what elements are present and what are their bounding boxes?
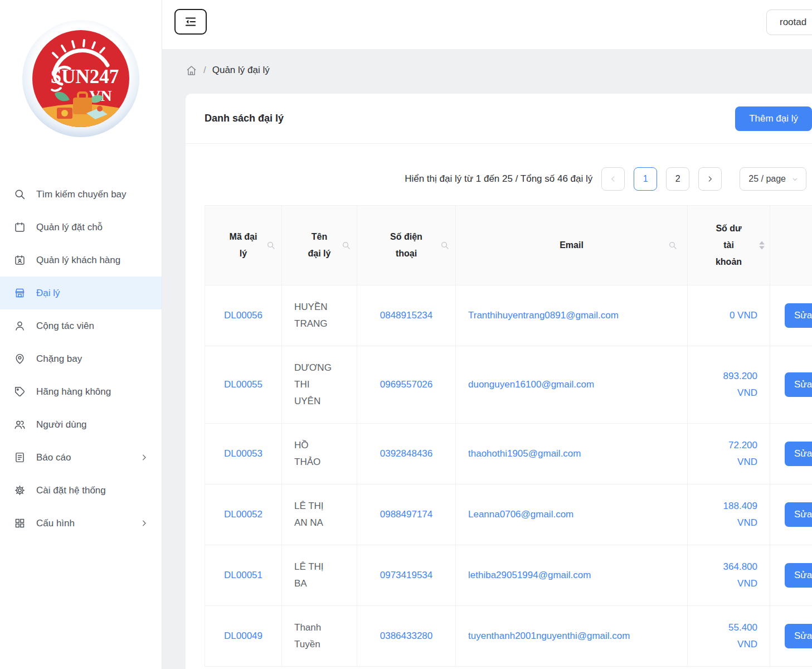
idcard-icon: [13, 254, 26, 266]
sidebar-item-chang-bay[interactable]: Chặng bay: [0, 342, 162, 375]
chevron-right-icon: [140, 453, 148, 462]
user-icon: [13, 320, 26, 332]
pagination-page-1[interactable]: 1: [634, 167, 657, 191]
agent-email-link[interactable]: Leanna0706@gmail.com: [456, 484, 688, 545]
edit-agent-button[interactable]: Sửa: [785, 442, 812, 466]
agent-balance: 55.400 VND: [688, 606, 770, 667]
agent-phone-link[interactable]: 0988497174: [357, 484, 456, 545]
sun247-logo-image: SUN247 .VN: [22, 20, 140, 138]
search-icon[interactable]: [668, 241, 677, 250]
agent-email-link[interactable]: thaohothi1905@gmail.com: [456, 424, 688, 484]
sidebar-item-label: Hãng hàng không: [36, 386, 111, 397]
agent-table: Mã đại lý Tên đại lý Số điện thoại Email…: [205, 205, 812, 667]
agent-code-link[interactable]: DL00051: [205, 545, 282, 606]
page-title: Danh sách đại lý: [205, 113, 284, 124]
column-header-balance[interactable]: Số dư tài khoản: [688, 206, 770, 285]
breadcrumb: / Quản lý đại lý: [186, 61, 812, 79]
sidebar-item-tim-kiem-chuyen-bay[interactable]: Tìm kiếm chuyến bay: [0, 178, 162, 211]
sidebar-item-cong-tac-vien[interactable]: Cộng tác viên: [0, 309, 162, 342]
edit-agent-button[interactable]: Sửa: [785, 563, 812, 588]
column-header-phone: Số điện thoại: [357, 206, 456, 285]
calendar-icon: [13, 221, 26, 234]
edit-agent-button[interactable]: Sửa: [785, 372, 812, 397]
agent-name: LÊ THỊ BA: [282, 545, 357, 606]
column-header-label: Số điện thoại: [390, 232, 422, 258]
agent-balance: 0 VND: [688, 285, 770, 346]
edit-agent-button[interactable]: Sửa: [785, 303, 812, 328]
pagination-page-2[interactable]: 2: [666, 167, 689, 191]
sidebar-item-label: Đại lý: [36, 288, 60, 299]
sidebar-item-quan-ly-dat-cho[interactable]: Quản lý đặt chỗ: [0, 211, 162, 244]
table-header-row: Mã đại lý Tên đại lý Số điện thoại Email…: [205, 206, 812, 285]
add-agent-button[interactable]: Thêm đại lý: [735, 106, 812, 131]
content: / Quản lý đại lý Danh sách đại lý Thêm đ…: [162, 49, 812, 669]
column-header-label: Email: [560, 240, 584, 250]
sidebar-item-cai-dat-he-thong[interactable]: Cài đặt hệ thống: [0, 474, 162, 507]
table-row: DL00053 HỒ THẢO 0392848436 thaohothi1905…: [205, 424, 812, 484]
chevron-left-icon: [609, 175, 617, 183]
home-icon[interactable]: [186, 65, 197, 76]
table-row: DL00052 LÊ THỊ AN NA 0988497174 Leanna07…: [205, 484, 812, 545]
agent-phone-link[interactable]: 0392848436: [357, 424, 456, 484]
location-icon: [13, 353, 26, 365]
search-icon[interactable]: [440, 241, 449, 250]
pagination-next-button[interactable]: [698, 167, 722, 191]
table-row: DL00055 DƯƠNG THI UYÊN 0969557026 duongu…: [205, 346, 812, 424]
sidebar-item-dai-ly[interactable]: Đại lý: [0, 277, 162, 309]
topbar: rootad: [162, 0, 812, 49]
app-root: SUN247 .VN Tìm kiếm: [0, 0, 812, 669]
agent-email-link[interactable]: lethiba29051994@gmail.com: [456, 545, 688, 606]
agent-code-link[interactable]: DL00055: [205, 346, 282, 424]
agent-email-link[interactable]: Tranthihuyentrang0891@gmail.com: [456, 285, 688, 346]
column-header-label: Tên đại lý: [308, 232, 331, 258]
column-header-actions: [770, 206, 812, 285]
agent-code-link[interactable]: DL00052: [205, 484, 282, 545]
pagination-prev-button[interactable]: [601, 167, 625, 191]
agent-code-link[interactable]: DL00056: [205, 285, 282, 346]
agent-email-link[interactable]: duonguyen16100@gmail.com: [456, 346, 688, 424]
breadcrumb-current: Quản lý đại lý: [212, 65, 270, 76]
chevron-right-icon: [140, 519, 148, 527]
sidebar-item-nguoi-dung[interactable]: Người dùng: [0, 408, 162, 441]
sidebar-item-label: Cấu hình: [36, 518, 75, 529]
sidebar-item-bao-cao[interactable]: Báo cáo: [0, 441, 162, 474]
sidebar-item-hang-hang-khong[interactable]: Hãng hàng không: [0, 375, 162, 408]
table-row: DL00049 Thanh Tuyền 0386433280 tuyenthan…: [205, 606, 812, 667]
sidebar-item-cau-hinh[interactable]: Cấu hình: [0, 507, 162, 540]
sorter-icon[interactable]: [759, 241, 765, 250]
sidebar-collapse-button[interactable]: [174, 9, 207, 35]
search-icon[interactable]: [266, 241, 275, 250]
sidebar: SUN247 .VN Tìm kiếm: [0, 0, 162, 669]
table-row: DL00051 LÊ THỊ BA 0973419534 lethiba2905…: [205, 545, 812, 606]
card-header: Danh sách đại lý Thêm đại lý: [186, 94, 812, 144]
agent-balance: 72.200 VND: [688, 424, 770, 484]
column-header-label: Mã đại lý: [230, 232, 257, 258]
sidebar-item-quan-ly-khach-hang[interactable]: Quản lý khách hàng: [0, 244, 162, 277]
agent-phone-link[interactable]: 0848915234: [357, 285, 456, 346]
agent-name: HUYỀN TRANG: [282, 285, 357, 346]
agent-phone-link[interactable]: 0386433280: [357, 606, 456, 667]
edit-agent-button[interactable]: Sửa: [785, 502, 812, 527]
chevron-down-icon: [791, 176, 799, 183]
sidebar-item-label: Quản lý khách hàng: [36, 255, 120, 266]
report-icon: [13, 452, 26, 464]
username-label: rootad: [780, 17, 806, 28]
agent-code-link[interactable]: DL00049: [205, 606, 282, 667]
sidebar-item-label: Tìm kiếm chuyến bay: [36, 189, 127, 200]
agent-code-link[interactable]: DL00053: [205, 424, 282, 484]
agent-phone-link[interactable]: 0973419534: [357, 545, 456, 606]
sidebar-item-label: Người dùng: [36, 419, 87, 430]
edit-agent-button[interactable]: Sửa: [785, 624, 812, 648]
agent-name: LÊ THỊ AN NA: [282, 484, 357, 545]
logo: SUN247 .VN: [0, 0, 162, 138]
agent-email-link[interactable]: tuyenthanh2001nguyenthi@gmail.com: [456, 606, 688, 667]
agent-phone-link[interactable]: 0969557026: [357, 346, 456, 424]
agent-balance: 364.800 VND: [688, 545, 770, 606]
agent-name: Thanh Tuyền: [282, 606, 357, 667]
shop-icon: [13, 287, 26, 299]
team-icon: [13, 419, 26, 431]
page-size-select[interactable]: 25 / page: [740, 167, 806, 191]
agent-balance: 893.200 VND: [688, 346, 770, 424]
user-menu[interactable]: rootad: [766, 9, 812, 35]
search-icon[interactable]: [342, 241, 351, 250]
